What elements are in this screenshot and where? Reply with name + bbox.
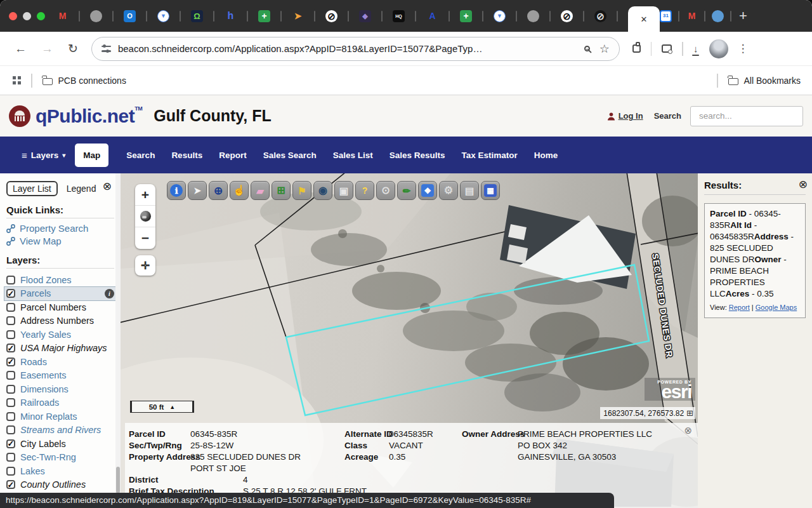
apps-grid-icon[interactable]: [13, 76, 21, 84]
scrollbar-thumb[interactable]: [116, 467, 120, 493]
nav-home[interactable]: Home: [534, 150, 558, 160]
site-info-icon[interactable]: [102, 45, 111, 53]
qpublic-logo-text[interactable]: qPublic.netTM: [36, 105, 142, 127]
pinned-tab-blocked[interactable]: ⊘: [325, 10, 337, 22]
layer-parcel-numbers[interactable]: Parcel Numbers: [20, 302, 86, 312]
layer-checkbox[interactable]: [6, 316, 15, 325]
select-tool[interactable]: ➤: [188, 181, 207, 200]
zoom-selection-tool[interactable]: ⊕: [209, 181, 228, 200]
qpublic-logo-icon[interactable]: [9, 105, 30, 127]
layer-checkbox[interactable]: [6, 398, 15, 407]
layer-checkbox[interactable]: [6, 453, 15, 462]
pinned-tab-green-plus-2[interactable]: +: [460, 10, 472, 22]
layer-checkbox[interactable]: [6, 371, 15, 380]
nav-results[interactable]: Results: [171, 150, 202, 160]
layer-checkbox[interactable]: [6, 385, 15, 394]
results-close-icon[interactable]: ⊗: [799, 179, 808, 190]
tab-layer-list[interactable]: Layer List: [6, 181, 58, 196]
bookmark-star-icon[interactable]: ☆: [599, 43, 610, 55]
layer-checkbox[interactable]: [6, 467, 15, 476]
close-window-button[interactable]: [9, 12, 17, 20]
new-tab-button[interactable]: +: [739, 8, 747, 24]
pinned-tab-gmail[interactable]: M: [56, 10, 69, 22]
forward-button[interactable]: →: [41, 43, 53, 55]
address-bar[interactable]: beacon.schneidercorp.com/Application.asp…: [91, 37, 620, 61]
layer-county-outlines[interactable]: County Outlines: [20, 479, 86, 490]
active-tab[interactable]: ✕: [628, 6, 660, 32]
layer-address-numbers[interactable]: Address Numbers: [20, 316, 94, 326]
zoom-in-button[interactable]: +: [135, 184, 155, 206]
nav-tax-estimator[interactable]: Tax Estimator: [462, 150, 518, 160]
nav-map[interactable]: Map: [75, 144, 108, 167]
pinned-tab-map-pin-2[interactable]: ▼: [494, 10, 506, 22]
extensions-icon[interactable]: [632, 44, 641, 53]
tab-legend[interactable]: Legend: [67, 184, 96, 194]
pinned-tab-globe-2[interactable]: [527, 10, 539, 22]
pinned-tab-globe[interactable]: [90, 10, 102, 22]
header-search-button[interactable]: Search: [654, 111, 681, 121]
pinned-tab-blocked-2[interactable]: ⊘: [561, 10, 573, 22]
identify-tool[interactable]: ℹ: [167, 181, 186, 200]
layer-checkbox[interactable]: ✓: [6, 439, 15, 448]
google-earth-tool[interactable]: ◉: [313, 181, 332, 200]
layer-panel-close-icon[interactable]: ⊗: [103, 181, 112, 192]
close-tab-icon[interactable]: ✕: [641, 15, 648, 24]
layer-roads[interactable]: Roads: [20, 357, 47, 367]
select-area-tool[interactable]: ⊞: [272, 181, 291, 200]
pinned-tab-orange-pin[interactable]: ➤: [292, 10, 304, 22]
coords-expand-icon[interactable]: ⊞: [686, 409, 693, 417]
pinned-tab-green-plus[interactable]: +: [258, 10, 270, 22]
pinned-tab-gmail-2[interactable]: M: [686, 10, 698, 22]
pinned-tab-google-earth[interactable]: [712, 10, 724, 22]
layer-info-icon[interactable]: i: [105, 289, 114, 298]
nav-sales-search[interactable]: Sales Search: [263, 150, 317, 160]
pinned-tab-blocked-3[interactable]: ⊘: [594, 10, 606, 22]
pinned-tab-outlook[interactable]: O: [124, 10, 136, 22]
save-tool[interactable]: ▦: [481, 181, 500, 200]
layer-checkbox[interactable]: ✓: [6, 344, 15, 352]
photo-tool[interactable]: ▣: [334, 181, 353, 200]
pan-tool[interactable]: ☝: [230, 181, 249, 200]
eraser-tool[interactable]: ▰: [251, 181, 270, 200]
report-link[interactable]: Report: [729, 304, 750, 311]
login-link[interactable]: Log In: [619, 111, 643, 121]
zoom-out-button[interactable]: −: [135, 227, 155, 249]
layer-checkbox[interactable]: [6, 425, 15, 434]
search-tool[interactable]: ⊙: [376, 181, 395, 200]
layer-parcels[interactable]: Parcels: [20, 288, 51, 298]
layer-easements[interactable]: Easements: [20, 370, 67, 380]
zoom-window-button[interactable]: [37, 12, 45, 20]
sidebar-scrollbar[interactable]: [115, 173, 121, 508]
downloads-icon[interactable]: ↓: [693, 44, 698, 53]
toolbox-tool[interactable]: ⚙: [439, 181, 458, 200]
layer-railroads[interactable]: Railroads: [20, 398, 59, 408]
all-bookmarks-button[interactable]: All Bookmarks: [744, 76, 801, 86]
pinned-tab-blue-h[interactable]: h: [225, 10, 237, 22]
pinned-tab-blue-a[interactable]: A: [426, 10, 438, 22]
map-scale-bar[interactable]: 50 ft ▲: [130, 401, 194, 413]
zoom-level-icon[interactable]: [584, 46, 590, 51]
nav-report[interactable]: Report: [219, 150, 247, 160]
quick-link-view-map[interactable]: View Map: [6, 236, 114, 246]
layer-checkbox[interactable]: [6, 303, 15, 312]
layer-minor-replats[interactable]: Minor Replats: [20, 411, 77, 422]
pinned-tab-map-pin[interactable]: ▼: [157, 10, 169, 22]
measure-tool[interactable]: ?: [355, 181, 374, 200]
reload-button[interactable]: ↻: [68, 43, 78, 55]
print-tool[interactable]: ▤: [460, 181, 479, 200]
layer-checkbox[interactable]: [6, 412, 15, 421]
pinned-tab-horseshoe[interactable]: Ω: [191, 10, 203, 22]
back-button[interactable]: ←: [15, 43, 27, 55]
layer-flood-zones[interactable]: Flood Zones: [20, 275, 72, 285]
extent-tool[interactable]: ❖: [418, 181, 437, 200]
layer-yearly-sales[interactable]: Yearly Sales: [20, 330, 71, 340]
layer-dimensions[interactable]: Dimensions: [20, 384, 69, 394]
profile-avatar[interactable]: [709, 39, 728, 58]
url-text[interactable]: beacon.schneidercorp.com/Application.asp…: [118, 43, 584, 54]
layer-checkbox[interactable]: ✓: [6, 289, 15, 298]
layer-streams-and-rivers[interactable]: Streams and Rivers: [20, 425, 101, 435]
nav-search[interactable]: Search: [126, 150, 155, 160]
result-card[interactable]: Parcel ID - 06345-835RAlt Id - 06345835R…: [704, 203, 806, 318]
nav-sales-list[interactable]: Sales List: [333, 150, 373, 160]
sketch-tool[interactable]: ✏: [397, 181, 416, 200]
